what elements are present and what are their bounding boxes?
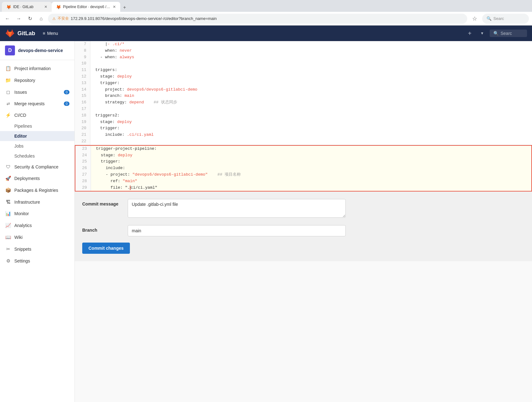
header-search[interactable]: 🔍 Searc [490, 30, 527, 37]
sidebar-item-security[interactable]: 🛡 Security & Compliance [0, 161, 74, 173]
packages-icon: 📦 [5, 187, 11, 193]
code-line-19: 19 stage: deploy [75, 119, 532, 125]
code-highlighted-block: 23 trigger-project-pipeline: 24 stage: d… [75, 145, 532, 192]
menu-label: Menu [47, 31, 58, 36]
sidebar-item-label: Repository [14, 78, 35, 83]
code-line-28: 28 ref: "main" [75, 178, 531, 185]
branch-input[interactable] [128, 225, 346, 236]
sidebar-item-infrastructure[interactable]: 🏗 Infrastructure [0, 196, 74, 208]
code-line-8: 8 when: never [75, 48, 532, 54]
sidebar-item-label: Security & Compliance [14, 164, 59, 169]
commit-message-group: Commit message Update .gitlab-ci.yml fil… [82, 199, 445, 219]
code-line-27: 27 - project: "devops6/devops6-gitlabci-… [75, 172, 531, 178]
code-line-29: 29 file: ".ci/ci.yaml" [75, 185, 531, 191]
sidebar-sub-item-schedules[interactable]: Schedules [0, 151, 74, 161]
code-line-23: 23 trigger-project-pipeline: [75, 146, 531, 152]
code-line-14: 14 project: devops6/devops6-gitlabci-dem… [75, 87, 532, 93]
code-line-24: 24 stage: deploy [75, 152, 531, 159]
new-tab-button[interactable]: + [120, 3, 129, 12]
sidebar-item-issues[interactable]: ◻ Issues 0 [0, 86, 74, 98]
gitlab-logo[interactable]: GitLab [5, 28, 35, 38]
sidebar-sub-item-editor[interactable]: Editor [0, 131, 74, 141]
commit-changes-button[interactable]: Commit changes [82, 243, 130, 254]
project-name: devops-demo-service [18, 48, 63, 53]
deployments-icon: 🚀 [5, 176, 11, 181]
sidebar-sub-item-pipelines[interactable]: Pipelines [0, 121, 74, 131]
sidebar-item-label: CI/CD [14, 113, 26, 118]
project-avatar: D [5, 45, 15, 55]
browser-actions: ☆ [470, 14, 480, 24]
search-placeholder: Searc [493, 16, 504, 21]
code-line-13: 13 trigger: [75, 80, 532, 87]
browser-tabs: 🦊 IDE · GitLab ✕ 🦊 Pipeline Editor · dev… [0, 0, 532, 12]
merge-requests-icon: ⇄ [5, 102, 11, 106]
code-line-12: 12 stage: deploy [75, 73, 532, 80]
cicd-icon: ⚡ [5, 112, 11, 118]
address-prefix: 不安全 [58, 16, 69, 21]
tab-pipeline-favicon: 🦊 [56, 5, 61, 9]
sidebar-item-repository[interactable]: 📁 Repository [0, 74, 74, 86]
sidebar-item-cicd[interactable]: ⚡ CI/CD [0, 109, 74, 121]
tab-pipeline-close[interactable]: ✕ [113, 5, 116, 9]
tab-ide[interactable]: 🦊 IDE · GitLab ✕ [2, 2, 52, 12]
sidebar-item-label: Project information [14, 66, 51, 71]
menu-icon: ≡ [43, 31, 45, 36]
sidebar-item-deployments[interactable]: 🚀 Deployments [0, 173, 74, 184]
code-line-26: 26 include: [75, 165, 531, 172]
sidebar-item-snippets[interactable]: ✂ Snippets [0, 243, 74, 255]
browser-search[interactable]: 🔍 Searc [482, 14, 529, 24]
sidebar-item-wiki[interactable]: 📖 Wiki [0, 231, 74, 243]
sidebar-item-label: Settings [14, 258, 30, 263]
chevron-down-icon[interactable]: ▼ [477, 28, 487, 38]
commit-message-label: Commit message [82, 199, 123, 206]
tab-pipeline[interactable]: 🦊 Pipeline Editor · devops6 / de... ✕ [52, 2, 120, 12]
sidebar-item-label: Merge requests [14, 101, 45, 106]
main-layout: D devops-demo-service 📋 Project informat… [0, 41, 532, 402]
sidebar: D devops-demo-service 📋 Project informat… [0, 41, 75, 402]
sidebar-item-analytics[interactable]: 📈 Analytics [0, 220, 74, 231]
sidebar-item-label: Wiki [14, 235, 22, 240]
sidebar-nav: 📋 Project information 📁 Repository ◻ Iss… [0, 60, 74, 269]
back-button[interactable]: ← [3, 14, 12, 23]
tab-ide-favicon: 🦊 [6, 5, 11, 9]
sidebar-item-merge-requests[interactable]: ⇄ Merge requests 0 [0, 98, 74, 109]
bookmark-icon[interactable]: ☆ [470, 14, 480, 24]
code-line-25: 25 trigger: [75, 158, 531, 165]
sidebar-item-label: Monitor [14, 211, 29, 216]
security-icon: ⚠ [52, 17, 56, 21]
sidebar-sub-item-jobs[interactable]: Jobs [0, 141, 74, 151]
sidebar-item-label: Infrastructure [14, 200, 40, 205]
header-search-text: Searc [501, 31, 512, 36]
commit-message-input[interactable]: Update .gitlab-ci.yml file [128, 199, 346, 218]
browser-toolbar: ← → ↻ ⌂ ⚠ 不安全 172.29.9.101:8076/devops6/… [0, 12, 532, 26]
code-block-normal[interactable]: 7 |- .ci/* 8 when: never 9 - when: alway… [75, 41, 532, 145]
sidebar-item-settings[interactable]: ⚙ Settings [0, 255, 74, 267]
project-header[interactable]: D devops-demo-service [0, 41, 74, 60]
commit-form: Commit message Update .gitlab-ci.yml fil… [75, 192, 532, 261]
add-button[interactable]: + [465, 28, 475, 38]
content-area: 7 |- .ci/* 8 when: never 9 - when: alway… [75, 41, 532, 402]
code-line-16: 16 strategy: depend ## 状态同步 [75, 99, 532, 106]
home-button[interactable]: ⌂ [37, 14, 45, 23]
gitlab-logo-icon [5, 28, 15, 38]
merge-requests-badge: 0 [64, 102, 69, 106]
tab-ide-title: IDE · GitLab [13, 5, 42, 9]
reload-button[interactable]: ↻ [26, 14, 34, 23]
sidebar-item-label: Packages & Registries [14, 188, 58, 193]
code-line-10: 10 [75, 60, 532, 67]
sidebar-item-project-info[interactable]: 📋 Project information [0, 63, 74, 74]
tab-ide-close[interactable]: ✕ [44, 5, 47, 9]
sidebar-item-monitor[interactable]: 📊 Monitor [0, 208, 74, 220]
tab-pipeline-title: Pipeline Editor · devops6 / de... [63, 5, 111, 9]
header-search-icon: 🔍 [493, 31, 499, 36]
snippets-icon: ✂ [5, 246, 11, 252]
sidebar-item-label: Issues [14, 90, 27, 95]
menu-button[interactable]: ≡ Menu [40, 29, 60, 38]
code-line-7: 7 |- .ci/* [75, 41, 532, 48]
address-bar[interactable]: ⚠ 不安全 172.29.9.101:8076/devops6/devops-d… [48, 14, 467, 24]
sidebar-item-packages[interactable]: 📦 Packages & Registries [0, 184, 74, 196]
editor-area: 7 |- .ci/* 8 when: never 9 - when: alway… [75, 41, 532, 192]
forward-button[interactable]: → [14, 14, 23, 23]
infrastructure-icon: 🏗 [5, 199, 11, 205]
issues-badge: 0 [64, 90, 69, 94]
